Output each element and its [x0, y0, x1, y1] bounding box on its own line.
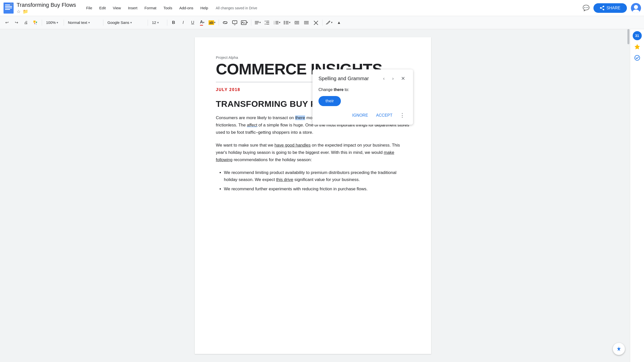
expand-button[interactable]: ▲ — [335, 18, 343, 27]
underline-button[interactable]: U — [188, 18, 197, 27]
scrollbar-area[interactable] — [626, 29, 630, 362]
scrollbar-thumb[interactable] — [627, 29, 629, 44]
bullet-item-1: We recommend limiting product availabili… — [224, 169, 410, 184]
text-color-label: A — [200, 20, 203, 26]
svg-point-31 — [284, 21, 285, 22]
menu-format[interactable]: Format — [141, 4, 160, 12]
print-button[interactable]: 🖨 — [22, 18, 30, 27]
spelling-close-button[interactable]: ✕ — [399, 74, 407, 82]
grammar-word-affect: affect — [247, 123, 257, 127]
tasks-sidebar-icon[interactable] — [633, 53, 642, 62]
pen-button[interactable]: ▾ — [325, 18, 334, 27]
menu-addons[interactable]: Add-ons — [176, 4, 197, 12]
svg-point-33 — [284, 23, 285, 24]
paint-format-button[interactable] — [31, 18, 40, 27]
change-suffix: to: — [344, 87, 349, 92]
numbered-list-button[interactable]: 123 ▾ — [272, 18, 281, 27]
sep1 — [42, 20, 42, 26]
ignore-button[interactable]: IGNORE — [349, 111, 371, 120]
undo-button[interactable]: ↩ — [3, 18, 11, 27]
format-dropdown[interactable]: Normal text ▾ — [66, 18, 101, 27]
svg-rect-2 — [5, 6, 12, 7]
pen-icon — [326, 20, 331, 25]
align-button[interactable]: ▾ — [253, 18, 262, 27]
link-button[interactable] — [221, 18, 229, 27]
menu-file[interactable]: File — [83, 4, 96, 12]
decrease-indent-button[interactable] — [293, 18, 301, 27]
text-color-arrow: ▾ — [203, 21, 205, 24]
menu-tools[interactable]: Tools — [160, 4, 176, 12]
sep6 — [219, 20, 219, 26]
spelling-actions: IGNORE ACCEPT ⋮ — [318, 111, 407, 120]
format-value: Normal text — [68, 20, 87, 25]
title-icons: ☆ 📁 — [17, 9, 76, 14]
spelling-header: Spelling and Grammar ‹ › ✕ — [318, 74, 407, 82]
calendar-sidebar-icon[interactable]: 31 — [633, 31, 642, 40]
image-icon — [241, 20, 247, 25]
menu-edit[interactable]: Edit — [96, 4, 109, 12]
italic-button[interactable]: I — [179, 18, 187, 27]
topbar-right: 💬 SHARE — [583, 3, 641, 13]
spelling-panel: Spelling and Grammar ‹ › ✕ Change there … — [312, 69, 413, 125]
star-icon[interactable]: ☆ — [17, 9, 21, 14]
font-dropdown[interactable]: Google Sans ▾ — [105, 18, 146, 27]
linespacing-button[interactable] — [263, 18, 271, 27]
user-avatar[interactable] — [631, 3, 641, 13]
fontsize-arrow: ▾ — [157, 21, 159, 24]
menu-insert[interactable]: Insert — [125, 4, 141, 12]
text-color-button[interactable]: A ▾ — [198, 18, 207, 27]
menu-view[interactable]: View — [109, 4, 124, 12]
document-page: Project Alpha COMMERCE INSIGHTS JULY 201… — [195, 37, 431, 354]
paint-icon — [33, 20, 38, 25]
svg-line-42 — [329, 22, 329, 22]
menu-help[interactable]: Help — [197, 4, 212, 12]
comment-icon[interactable]: 💬 — [583, 5, 589, 11]
insert-image-button[interactable]: ▾ — [240, 18, 249, 27]
calendar-date: 31 — [635, 34, 639, 38]
star-sidebar-icon[interactable] — [633, 42, 642, 51]
zoom-dropdown[interactable]: 100% ▾ — [44, 18, 62, 27]
suggestion-area: their — [318, 96, 407, 111]
folder-icon[interactable]: 📁 — [23, 9, 28, 14]
svg-point-44 — [635, 55, 640, 60]
share-button[interactable]: SHARE — [593, 3, 627, 13]
doc-area[interactable]: Project Alpha COMMERCE INSIGHTS JULY 201… — [0, 29, 626, 362]
zoom-arrow: ▾ — [57, 21, 58, 24]
fontsize-dropdown[interactable]: 12 ▾ — [150, 18, 165, 27]
share-icon — [600, 6, 605, 10]
svg-text:3: 3 — [274, 23, 275, 25]
spelling-prev-button[interactable]: ‹ — [380, 74, 388, 82]
clear-formatting-button[interactable] — [312, 18, 320, 27]
sep8 — [322, 20, 323, 26]
link-icon — [222, 20, 228, 25]
spelling-next-button[interactable]: › — [389, 74, 397, 82]
more-options-button[interactable]: ⋮ — [397, 111, 407, 120]
font-value: Google Sans — [107, 20, 129, 25]
doc-title[interactable]: Transforming Buy Flows — [17, 2, 76, 8]
accept-button[interactable]: ACCEPT — [373, 111, 395, 120]
svg-rect-10 — [33, 21, 35, 23]
spelling-nav: ‹ › — [380, 74, 397, 82]
highlighted-word[interactable]: there — [295, 115, 305, 120]
add-comment-icon — [232, 20, 237, 25]
bullet-list-button[interactable]: ▾ — [283, 18, 292, 27]
project-label: Project Alpha — [216, 55, 410, 60]
share-label: SHARE — [607, 6, 620, 10]
comment-add-button[interactable] — [230, 18, 239, 27]
decrease-indent-icon — [294, 20, 300, 25]
zoom-value: 100% — [46, 20, 56, 25]
bold-button[interactable]: B — [169, 18, 178, 27]
numbered-list-arrow: ▾ — [279, 21, 280, 24]
original-word: there — [334, 87, 344, 92]
highlight-button[interactable]: ab ▾ — [208, 18, 217, 27]
fab-icon — [616, 346, 622, 352]
font-arrow: ▾ — [130, 21, 132, 24]
increase-indent-button[interactable] — [302, 18, 311, 27]
sep7 — [251, 20, 251, 26]
svg-point-32 — [284, 22, 285, 23]
fab-button[interactable] — [613, 343, 625, 355]
spelling-change-text: Change there to: — [318, 87, 407, 92]
redo-button[interactable]: ↪ — [12, 18, 21, 27]
linespacing-icon — [265, 20, 270, 25]
suggestion-chip[interactable]: their — [318, 96, 341, 106]
